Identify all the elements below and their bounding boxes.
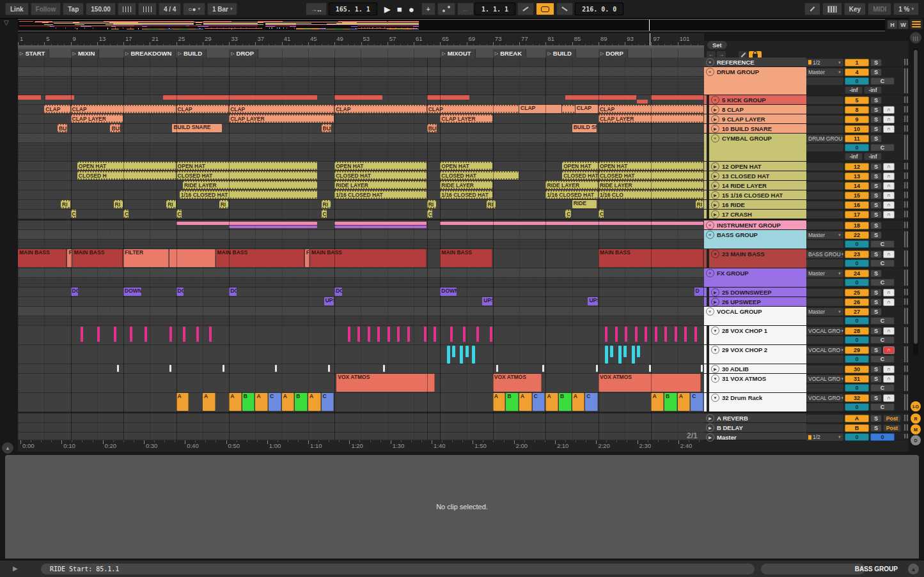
clip-instrument-group[interactable] xyxy=(334,226,426,228)
solo-button[interactable]: S xyxy=(870,289,882,296)
volume-field[interactable]: 0 xyxy=(845,240,869,248)
play-track-icon[interactable]: ▶ xyxy=(706,424,714,432)
clip-ride[interactable]: RI xyxy=(166,200,175,208)
track-delay-field[interactable] xyxy=(806,77,843,85)
lane-vox-atmos[interactable]: VOX ATMOSVOX ATMOSVOX ATMOS xyxy=(18,374,704,393)
lane-drum-rack[interactable]: AAABACABACABACABACABAC xyxy=(18,393,704,412)
solo-button[interactable]: S xyxy=(870,163,882,171)
lane-bass-group[interactable] xyxy=(18,230,704,240)
track-header-cymbal-group[interactable]: ≡CYMBAL GROUPDRUM GROU▼11S0C-inf-inf xyxy=(704,134,909,162)
clip-ride[interactable]: RI xyxy=(427,200,436,208)
clip-kick-group[interactable] xyxy=(18,95,41,100)
preview-headphone-button[interactable]: ∩ xyxy=(883,327,895,335)
clip-downsweep[interactable]: DOWNS xyxy=(440,288,457,296)
solo-button[interactable]: S xyxy=(870,68,882,76)
tick-vox-chop-1[interactable] xyxy=(476,327,479,342)
track-name-area[interactable]: ▶12 OPEN HAT xyxy=(709,162,806,171)
output-routing-select[interactable] xyxy=(806,163,843,171)
track-delay-field[interactable] xyxy=(806,279,843,286)
track-name-area[interactable]: ▶17 CRASH xyxy=(709,210,806,219)
clip-ride[interactable]: RIDE xyxy=(572,200,597,208)
tick-vox-chop-1[interactable] xyxy=(209,327,212,342)
track-header-master[interactable]: ▶Master1/2▼00 xyxy=(704,433,909,440)
track-number-button[interactable]: 22 xyxy=(845,231,869,239)
stop-button[interactable]: ■ xyxy=(397,4,402,14)
clip-kick-group[interactable] xyxy=(651,95,703,100)
track-header-15-1-16-closed-hat[interactable]: ▶15 1/16 CLOSED HAT15S∩ xyxy=(704,190,909,200)
solo-button[interactable]: S xyxy=(870,365,882,373)
play-track-icon[interactable]: ▶ xyxy=(706,414,714,422)
tick-vox-chop-1[interactable] xyxy=(407,327,410,342)
lane-main-bass[interactable]: MAIN BASSFIMAIN BASSFILTERMAIN BASSFIMAI… xyxy=(18,249,704,268)
output-routing-select[interactable]: Master▼ xyxy=(806,308,843,316)
track-name-area[interactable]: ≡VOCAL GROUP xyxy=(704,307,806,325)
clip-open-hat[interactable]: OPEN HAT xyxy=(562,162,598,170)
pan-field[interactable]: C xyxy=(870,240,895,248)
track-number-button[interactable]: 28 xyxy=(845,327,869,335)
tick-vox-chop-1[interactable] xyxy=(183,327,185,342)
clip-drum-rack[interactable]: B xyxy=(559,393,572,411)
track-delay-field[interactable] xyxy=(806,355,843,363)
punch-out-button[interactable] xyxy=(556,3,573,15)
volume-field[interactable]: 0 xyxy=(845,317,869,325)
volume-field[interactable]: 0 xyxy=(845,259,869,267)
clip-drum-rack[interactable]: A xyxy=(678,393,691,411)
output-routing-select[interactable] xyxy=(806,173,843,180)
lane-fx-group-automation[interactable] xyxy=(18,278,704,288)
optimize-height-button[interactable]: H xyxy=(887,20,898,29)
quantization-menu[interactable]: 1 Bar▾ xyxy=(207,3,238,15)
follow-playhead-button[interactable]: →‥ xyxy=(306,3,327,15)
fold-track-icon[interactable]: ▼ xyxy=(711,327,719,335)
clip-ride-layer[interactable]: RIDE LAYER xyxy=(545,181,598,189)
preview-headphone-button[interactable]: ∩ xyxy=(883,192,895,199)
track-number-button[interactable]: 17 xyxy=(845,211,869,219)
track-number-button[interactable]: 30 xyxy=(845,365,869,373)
clip-kick-group[interactable] xyxy=(45,95,74,100)
volume-field[interactable]: 0 xyxy=(845,279,869,286)
track-number-button[interactable]: 25 xyxy=(845,289,869,296)
lane-open-hat[interactable]: OPEN HATOPEN HATOPEN HATOPEN HATOPEN HAT… xyxy=(18,162,704,171)
tick-vox-chop-1[interactable] xyxy=(97,327,100,342)
track-number-button[interactable]: 8 xyxy=(845,106,869,114)
clip-instrument-group[interactable] xyxy=(176,222,318,225)
clip-open-hat[interactable]: OPEN HAT xyxy=(440,162,492,170)
send-level-field[interactable]: -inf xyxy=(845,153,863,160)
clip-open-hat[interactable]: OPEN HAT xyxy=(599,162,703,170)
track-header-reference[interactable]: ≡REFERENCE1/2▼1S xyxy=(704,58,909,67)
clip-kick-group[interactable] xyxy=(427,95,469,100)
track-header-fx-group[interactable]: ≡FX GROUPMaster▼24S0C xyxy=(704,268,909,288)
notification-icon[interactable]: ▲ xyxy=(908,564,919,574)
tick-vox-chop-1[interactable] xyxy=(196,327,199,342)
track-header-drum-group[interactable]: ≡DRUM GROUPMaster▼4S0C-inf-inf xyxy=(704,67,909,95)
output-routing-select[interactable] xyxy=(806,211,843,219)
tick-adlib[interactable] xyxy=(542,365,544,372)
detail-view-toggle[interactable]: ▲ xyxy=(2,442,13,454)
output-routing-select[interactable] xyxy=(806,201,843,209)
track-name-area[interactable]: ▶B DELAY xyxy=(704,423,806,432)
clip-drum-rack[interactable]: A xyxy=(203,393,215,411)
track-header-8-clap[interactable]: ▶8 CLAP8S∩ xyxy=(704,105,909,114)
arrangement-grid[interactable]: CLAPCLAPCLAPCLAPCLAPCLAPCLAPCLAPCLAPCLAP… xyxy=(18,58,704,440)
output-routing-select[interactable] xyxy=(806,96,843,104)
volume-field[interactable]: 0 xyxy=(845,355,869,363)
re-enable-automation-button[interactable]: ← xyxy=(457,3,474,15)
play-track-icon[interactable]: ▶ xyxy=(711,172,719,180)
tick-adlib[interactable] xyxy=(701,365,703,372)
clip-main-bass[interactable]: FI xyxy=(305,249,309,267)
volume-field[interactable]: 0 xyxy=(845,77,869,85)
clip-kick-group[interactable] xyxy=(565,95,636,100)
output-routing-select[interactable] xyxy=(806,222,843,229)
clip-open-hat[interactable]: OPEN HAT xyxy=(334,162,426,170)
draw-pencil-button[interactable] xyxy=(804,3,820,15)
clip-downsweep[interactable]: D xyxy=(694,288,703,296)
tick-vox-chop-1[interactable] xyxy=(81,327,83,342)
track-number-button[interactable]: 12 xyxy=(845,163,869,171)
locator-dorp[interactable]: ▷DORP xyxy=(599,49,628,58)
clip-drum-rack[interactable]: A xyxy=(308,393,321,411)
track-name-area[interactable]: ▶14 RIDE LAYER xyxy=(709,181,806,190)
lane-sixteenth-closed-hat[interactable]: 1/16 CLOSED HAT1/16 CLOSED HAT1/16 CLOSE… xyxy=(18,190,704,200)
clip-ride[interactable]: RI xyxy=(696,200,703,208)
track-name-area[interactable]: ≡5 KICK GROUP xyxy=(709,95,806,104)
track-number-button[interactable]: 26 xyxy=(845,298,869,306)
clip-clap-layer[interactable]: CLAP LAYER xyxy=(599,114,703,123)
